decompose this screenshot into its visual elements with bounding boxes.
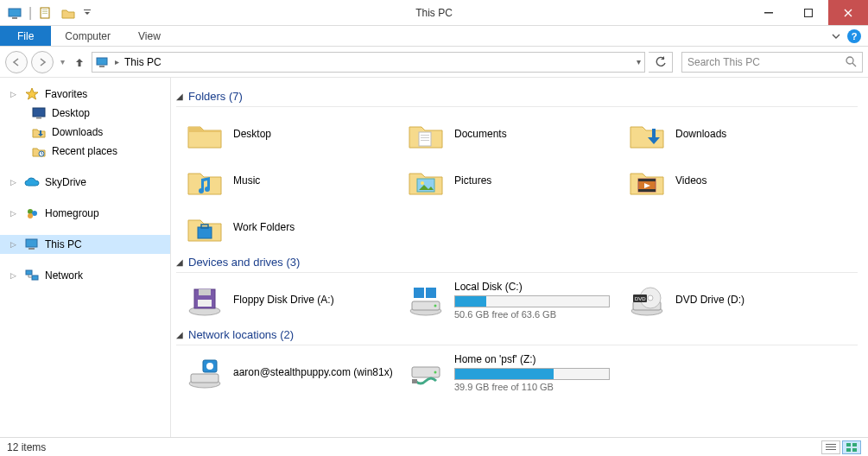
svg-rect-4 [42, 11, 48, 12]
navigation-pane: ▷ Favorites Desktop Downloads Recent pla… [0, 78, 171, 437]
ribbon-expand-icon[interactable] [832, 32, 840, 41]
svg-rect-26 [421, 140, 429, 141]
svg-point-54 [434, 371, 437, 374]
svg-rect-41 [426, 288, 436, 298]
drive-dvd[interactable]: DVD DVD Drive (D:) [627, 278, 841, 321]
minimize-button[interactable] [749, 0, 789, 25]
network-remoteapp[interactable]: aaron@stealthpuppy.com (win81x) [185, 351, 399, 394]
folder-icon [185, 207, 225, 247]
svg-rect-31 [638, 189, 656, 192]
view-details-button[interactable] [821, 440, 840, 454]
svg-point-17 [32, 211, 37, 216]
folder-downloads[interactable]: Downloads [627, 112, 841, 155]
pc-icon [24, 238, 40, 251]
nav-thispc[interactable]: ▷ This PC [0, 235, 170, 254]
refresh-button[interactable] [649, 52, 673, 73]
drive-local-c[interactable]: Local Disk (C:) 50.6 GB free of 63.6 GB [406, 278, 620, 321]
address-dropdown-icon[interactable]: ▾ [637, 57, 641, 66]
section-title: Folders (7) [188, 90, 243, 103]
folder-music[interactable]: Music [185, 159, 399, 202]
cloud-icon [24, 175, 40, 189]
drive-floppy[interactable]: Floppy Disk Drive (A:) [185, 278, 399, 321]
folder-workfolders[interactable]: Work Folders [185, 206, 399, 249]
folder-icon [406, 161, 446, 200]
qat-newfolder-icon[interactable] [59, 3, 78, 22]
recent-locations-icon[interactable]: ▾ [57, 57, 67, 66]
chevron-right-icon: ▷ [10, 178, 19, 187]
up-button[interactable] [71, 54, 88, 71]
folder-pictures[interactable]: Pictures [406, 159, 620, 202]
svg-rect-58 [826, 449, 836, 450]
body: ▷ Favorites Desktop Downloads Recent pla… [0, 78, 868, 437]
tile-sub: 50.6 GB free of 63.6 GB [454, 309, 610, 320]
drives-grid: Floppy Disk Drive (A:) Local Disk (C:) 5… [176, 278, 858, 321]
capacity-meter [454, 295, 610, 307]
chevron-right-icon: ▷ [10, 90, 19, 98]
section-header-folders[interactable]: ◢ Folders (7) [176, 86, 858, 107]
homegroup-icon [24, 206, 40, 220]
qat-divider: | [28, 3, 33, 22]
svg-rect-10 [99, 66, 105, 67]
svg-point-52 [206, 363, 213, 370]
folder-icon [627, 114, 667, 154]
address-root-chevron-icon[interactable]: ▸ [115, 57, 119, 66]
help-icon[interactable]: ? [847, 29, 861, 43]
hdd-icon [406, 280, 446, 320]
nav-label: Downloads [52, 126, 103, 138]
nav-homegroup[interactable]: ▷ Homegroup [0, 204, 170, 223]
svg-rect-21 [26, 270, 32, 275]
back-button[interactable] [5, 51, 28, 73]
search-input[interactable]: Search This PC [681, 52, 863, 73]
qat-icon-thispc[interactable] [5, 3, 24, 22]
forward-button[interactable] [31, 51, 54, 73]
svg-point-28 [421, 181, 424, 185]
folder-icon [185, 114, 225, 154]
nav-network[interactable]: ▷ Network [0, 266, 170, 285]
titlebar: | This PC [0, 0, 868, 26]
svg-rect-24 [421, 135, 429, 136]
address-bar[interactable]: ▸ This PC ▾ [92, 52, 645, 73]
svg-rect-14 [36, 117, 41, 119]
ribbon-tab-view[interactable]: View [124, 26, 174, 46]
view-tiles-button[interactable] [842, 440, 861, 454]
nav-item-recent[interactable]: Recent places [0, 142, 170, 161]
section-title: Devices and drives (3) [188, 256, 300, 269]
section-header-network[interactable]: ◢ Network locations (2) [176, 325, 858, 345]
folder-desktop[interactable]: Desktop [185, 112, 399, 155]
ribbon-file-tab[interactable]: File [0, 26, 51, 46]
ribbon: File Computer View ? [0, 26, 868, 47]
breadcrumb[interactable]: This PC [124, 56, 162, 68]
tile-label: DVD Drive (D:) [675, 294, 744, 306]
nav-favorites[interactable]: ▷ Favorites [0, 85, 170, 104]
folder-documents[interactable]: Documents [406, 112, 620, 155]
svg-rect-3 [42, 10, 48, 10]
svg-rect-62 [852, 448, 857, 452]
svg-rect-60 [852, 443, 857, 446]
svg-rect-8 [805, 9, 813, 16]
svg-rect-6 [84, 10, 91, 10]
qat-properties-icon[interactable] [36, 3, 55, 22]
close-button[interactable] [828, 0, 868, 25]
tile-label: Music [233, 174, 260, 187]
folder-videos[interactable]: Videos [627, 159, 841, 202]
recent-icon [31, 144, 47, 158]
folder-icon [406, 114, 446, 154]
nav-item-desktop[interactable]: Desktop [0, 104, 170, 123]
qat-dropdown-icon[interactable] [81, 3, 93, 22]
chevron-right-icon: ▷ [10, 240, 19, 249]
network-drive-z[interactable]: Home on 'psf' (Z:) 39.9 GB free of 110 G… [406, 351, 620, 394]
svg-text:DVD: DVD [635, 296, 646, 301]
nav-item-downloads[interactable]: Downloads [0, 123, 170, 142]
svg-rect-23 [419, 132, 431, 146]
collapse-icon: ◢ [176, 92, 183, 101]
network-grid: aaron@stealthpuppy.com (win81x) Home on … [176, 351, 858, 394]
nav-skydrive[interactable]: ▷ SkyDrive [0, 173, 170, 192]
ribbon-tab-computer[interactable]: Computer [51, 26, 124, 46]
nav-label: Network [45, 269, 83, 282]
svg-rect-56 [826, 444, 836, 445]
section-header-drives[interactable]: ◢ Devices and drives (3) [176, 252, 858, 273]
svg-rect-22 [32, 276, 38, 280]
svg-rect-50 [191, 374, 219, 383]
maximize-button[interactable] [789, 0, 828, 25]
svg-rect-20 [29, 248, 35, 250]
